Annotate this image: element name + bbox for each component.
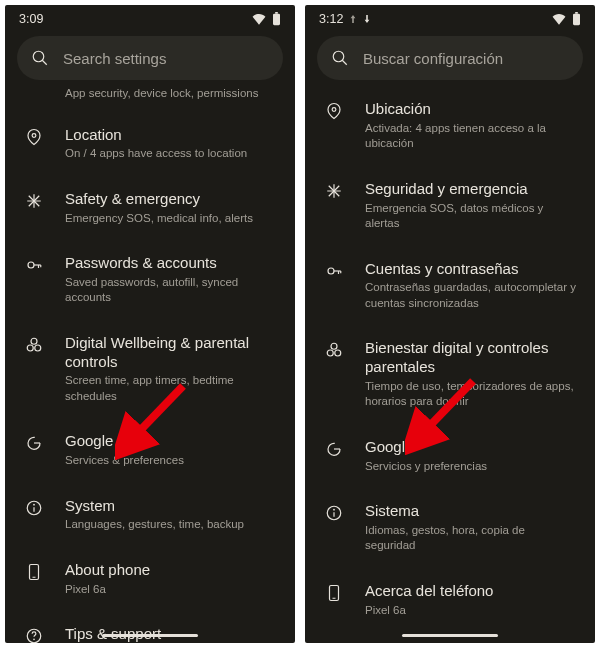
location-icon bbox=[325, 102, 343, 120]
phone-right: 3:12 Buscar configuración UbicaciónActiv… bbox=[305, 5, 595, 643]
settings-item-passwords[interactable]: Cuentas y contraseñasContraseñas guardad… bbox=[305, 246, 595, 326]
phone-left: 3:09 Search settings App security, devic… bbox=[5, 5, 295, 643]
item-title: Safety & emergency bbox=[65, 190, 277, 209]
search-placeholder: Search settings bbox=[63, 50, 166, 67]
location-icon bbox=[25, 128, 43, 146]
phone-icon bbox=[25, 563, 43, 581]
key-icon bbox=[325, 262, 343, 280]
key-icon bbox=[25, 256, 43, 274]
svg-line-3 bbox=[42, 60, 47, 65]
partial-item-sub: App security, device lock, permissions bbox=[5, 86, 295, 112]
item-title: Google bbox=[365, 438, 577, 457]
svg-point-28 bbox=[332, 108, 336, 112]
svg-point-13 bbox=[31, 338, 37, 344]
battery-icon bbox=[272, 12, 281, 26]
item-sub: Screen time, app timers, bedtime schedul… bbox=[65, 373, 277, 404]
settings-item-about[interactable]: Acerca del teléfonoPixel 6a bbox=[305, 568, 595, 632]
wifi-icon bbox=[252, 13, 266, 25]
google-icon bbox=[325, 440, 343, 458]
upload-icon bbox=[349, 14, 357, 24]
svg-point-26 bbox=[333, 51, 344, 62]
item-sub: Pixel 6a bbox=[365, 603, 577, 619]
item-sub: On / 4 apps have access to location bbox=[65, 146, 277, 162]
clock: 3:09 bbox=[19, 12, 43, 26]
item-sub: Idiomas, gestos, hora, copia de segurida… bbox=[365, 523, 577, 554]
item-title: About phone bbox=[65, 561, 277, 580]
settings-item-location[interactable]: UbicaciónActivada: 4 apps tienen acceso … bbox=[305, 86, 595, 166]
svg-point-4 bbox=[32, 133, 36, 137]
settings-list: UbicaciónActivada: 4 apps tienen acceso … bbox=[305, 86, 595, 643]
google-icon bbox=[25, 434, 43, 452]
svg-point-2 bbox=[33, 51, 44, 62]
item-sub: Services & preferences bbox=[65, 453, 277, 469]
item-sub: Tiempo de uso, temporizadores de apps, h… bbox=[365, 379, 577, 410]
settings-item-google[interactable]: GoogleServicios y preferencias bbox=[305, 424, 595, 488]
info-icon bbox=[25, 499, 43, 517]
settings-item-wellbeing[interactable]: Digital Wellbeing & parental controlsScr… bbox=[5, 320, 295, 419]
svg-rect-0 bbox=[273, 14, 280, 25]
status-bar: 3:09 bbox=[5, 5, 295, 30]
item-title: Seguridad y emergencia bbox=[365, 180, 577, 199]
svg-point-33 bbox=[328, 268, 334, 274]
nav-pill bbox=[402, 634, 498, 637]
item-sub: Servicios y preferencias bbox=[365, 459, 577, 475]
asterisk-icon bbox=[25, 192, 43, 210]
settings-item-google[interactable]: GoogleServices & preferences bbox=[5, 418, 295, 482]
item-title: Cuentas y contraseñas bbox=[365, 260, 577, 279]
settings-item-about[interactable]: About phonePixel 6a bbox=[5, 547, 295, 611]
battery-icon bbox=[572, 12, 581, 26]
search-bar[interactable]: Search settings bbox=[17, 36, 283, 80]
wellbeing-icon bbox=[25, 336, 43, 354]
svg-point-39 bbox=[335, 350, 341, 356]
nav-pill bbox=[102, 634, 198, 637]
settings-item-passwords[interactable]: Passwords & accountsSaved passwords, aut… bbox=[5, 240, 295, 320]
item-sub: Pixel 6a bbox=[65, 582, 277, 598]
info-icon bbox=[325, 504, 343, 522]
settings-item-tips[interactable]: Tips & supportHelp articles, phone & cha… bbox=[5, 611, 295, 643]
settings-item-safety[interactable]: Seguridad y emergenciaEmergencia SOS, da… bbox=[305, 166, 595, 246]
wifi-icon bbox=[552, 13, 566, 25]
svg-point-43 bbox=[333, 509, 335, 511]
settings-item-safety[interactable]: Safety & emergencyEmergency SOS, medical… bbox=[5, 176, 295, 240]
svg-point-38 bbox=[327, 350, 333, 356]
phone-icon bbox=[325, 584, 343, 602]
svg-point-23 bbox=[33, 639, 35, 641]
item-title: Ubicación bbox=[365, 100, 577, 119]
svg-rect-24 bbox=[573, 14, 580, 25]
item-title: Google bbox=[65, 432, 277, 451]
settings-item-location[interactable]: LocationOn / 4 apps have access to locat… bbox=[5, 112, 295, 176]
item-title: Passwords & accounts bbox=[65, 254, 277, 273]
svg-line-27 bbox=[342, 60, 347, 65]
svg-point-14 bbox=[27, 345, 33, 351]
item-sub: Saved passwords, autofill, synced accoun… bbox=[65, 275, 277, 306]
item-title: Sistema bbox=[365, 502, 577, 521]
search-icon bbox=[331, 49, 349, 67]
search-bar[interactable]: Buscar configuración bbox=[317, 36, 583, 80]
item-title: Digital Wellbeing & parental controls bbox=[65, 334, 277, 372]
download-icon bbox=[363, 14, 371, 24]
asterisk-icon bbox=[325, 182, 343, 200]
svg-rect-25 bbox=[575, 12, 578, 14]
wellbeing-icon bbox=[325, 341, 343, 359]
item-sub: Languages, gestures, time, backup bbox=[65, 517, 277, 533]
svg-point-9 bbox=[28, 262, 34, 268]
settings-list: App security, device lock, permissions L… bbox=[5, 86, 295, 643]
settings-item-system[interactable]: SystemLanguages, gestures, time, backup bbox=[5, 483, 295, 547]
item-sub: Activada: 4 apps tienen acceso a la ubic… bbox=[365, 121, 577, 152]
settings-item-system[interactable]: SistemaIdiomas, gestos, hora, copia de s… bbox=[305, 488, 595, 568]
item-title: Location bbox=[65, 126, 277, 145]
search-icon bbox=[31, 49, 49, 67]
search-placeholder: Buscar configuración bbox=[363, 50, 503, 67]
settings-item-wellbeing[interactable]: Bienestar digital y controles parentales… bbox=[305, 325, 595, 424]
item-title: Acerca del teléfono bbox=[365, 582, 577, 601]
item-sub: Emergency SOS, medical info, alerts bbox=[65, 211, 277, 227]
clock: 3:12 bbox=[319, 12, 343, 26]
svg-point-19 bbox=[33, 503, 35, 505]
svg-point-37 bbox=[331, 344, 337, 350]
item-title: System bbox=[65, 497, 277, 516]
nav-bar[interactable] bbox=[5, 634, 295, 637]
svg-point-15 bbox=[35, 345, 41, 351]
item-sub: Contraseñas guardadas, autocompletar y c… bbox=[365, 280, 577, 311]
nav-bar[interactable] bbox=[305, 634, 595, 637]
item-sub: Emergencia SOS, datos médicos y alertas bbox=[365, 201, 577, 232]
